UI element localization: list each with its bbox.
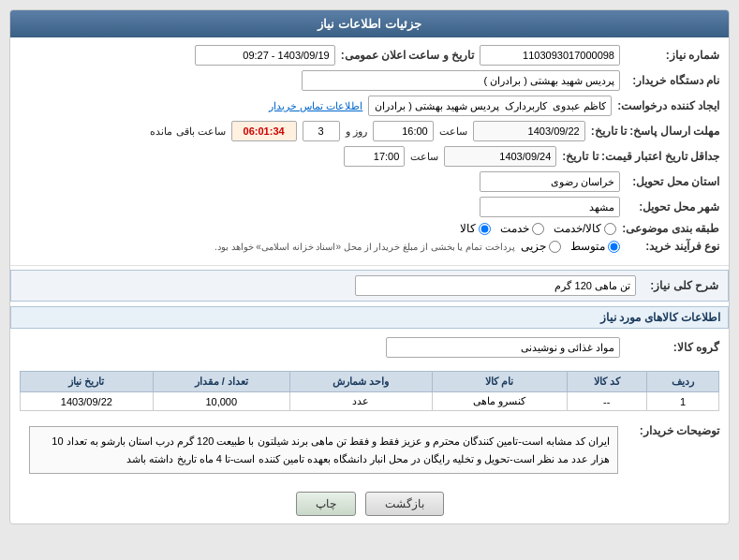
tabagheh-radio-kala-khedmat[interactable] [604, 223, 616, 235]
gorohe-input[interactable] [386, 337, 620, 358]
mohlat-time-input[interactable] [373, 121, 434, 141]
sharh-koli-label: شرح کلی نیاز: [643, 279, 718, 292]
col-radif: ردیف [647, 372, 719, 392]
row-nam-dastgah: نام دستگاه خریدار: [20, 70, 719, 91]
nooe-option-motavaset[interactable]: متوسط [570, 240, 620, 253]
tabagheh-option-kala[interactable]: کالا [460, 222, 491, 235]
sharh-koli-row: شرح کلی نیاز: [10, 270, 729, 302]
page-title: جزئیات اطلاعات نیاز [318, 17, 421, 31]
notice-label: توضیحات خریدار: [635, 420, 719, 437]
col-name: نام کالا [432, 372, 567, 392]
notice-section: توضیحات خریدار: ایران کد مشابه است-تامین… [10, 416, 729, 484]
ettelaat-section-title: اطلاعات کالاهای مورد نیاز [10, 306, 729, 329]
nam-dastgah-label: نام دستگاه خریدار: [626, 74, 719, 87]
nooe-jozi-label: جزیی [521, 240, 546, 253]
nooe-radio-motavaset[interactable] [608, 241, 620, 253]
buttons-row: بازگشت چاپ [10, 484, 729, 523]
page-header: جزئیات اطلاعات نیاز [10, 10, 729, 37]
sharh-koli-input[interactable] [355, 275, 636, 296]
row-mohlat: مهلت ارسال پاسخ: تا تاریخ: ساعت روز و سا… [20, 121, 719, 141]
ijad-label: ایجاد کننده درخواست: [617, 99, 719, 112]
saaat-label: ساعت [439, 125, 467, 138]
cell-radif: 1 [647, 392, 719, 411]
return-button[interactable]: بازگشت [365, 492, 444, 516]
mohlat-baqi-input[interactable] [231, 121, 297, 141]
tabagheh-khedmat-label: خدمت [500, 222, 529, 235]
shomare-niaz-input[interactable] [480, 45, 620, 66]
col-kod: کد کالا [567, 372, 646, 392]
tabagheh-kala-khedmat-label: کالا/خدمت [554, 222, 601, 235]
shahr-label: شهر محل تحویل: [626, 200, 719, 214]
mohlat-date-input[interactable] [473, 121, 585, 141]
cell-vahed: عدد [289, 392, 432, 411]
col-vahed: واحد شمارش [289, 372, 432, 392]
row-gorohe: گروه کالا: [10, 333, 729, 361]
tabagheh-radio-group: کالا/خدمت خدمت کالا [460, 222, 616, 235]
tabagheh-kala-label: کالا [460, 222, 476, 235]
nooe-motavaset-label: متوسط [570, 240, 605, 253]
row-shahr: شهر محل تحویل: [20, 197, 719, 217]
jadval-time-input[interactable] [344, 146, 405, 167]
shahr-input[interactable] [480, 197, 620, 217]
ijad-input[interactable] [368, 96, 612, 116]
ijad-link[interactable]: اطلاعات تماس خریدار [269, 100, 362, 112]
jadval-saaat-label: ساعت [410, 151, 438, 163]
gorohe-label: گروه کالا: [626, 341, 719, 354]
row-tabagheh: طبقه بندی موضوعی: کالا/خدمت خدمت کالا [20, 222, 719, 235]
jadval-label: جداقل تاریخ اعتبار قیمت: تا تاریخ: [562, 150, 719, 163]
tabagheh-label: طبقه بندی موضوعی: [622, 222, 719, 235]
mohlat-rooz-input[interactable] [303, 121, 340, 141]
main-container: جزئیات اطلاعات نیاز شماره نیاز: تاریخ و … [9, 9, 730, 524]
row-nooe-farayand: نوع فرآیند خرید: متوسط جزیی پرداخت تمام … [20, 240, 719, 253]
tabagheh-option-khedmat[interactable]: خدمت [500, 222, 544, 235]
nooe-farayand-note: پرداخت تمام یا بخشی از مبلغ خریدار از مح… [214, 242, 515, 252]
tabagheh-radio-khedmat[interactable] [532, 223, 544, 235]
mohlat-label: مهلت ارسال پاسخ: تا تاریخ: [591, 125, 719, 138]
nooe-farayand-radio-group: متوسط جزیی [521, 240, 620, 253]
nooe-option-jozi[interactable]: جزیی [521, 240, 561, 253]
cell-tedad: 10,000 [153, 392, 289, 411]
notice-text: ایران کد مشابه است-تامین کنندگان محترم و… [29, 426, 618, 474]
tabagheh-radio-kala[interactable] [479, 223, 491, 235]
ostan-input[interactable] [480, 171, 620, 192]
nooe-radio-jozi[interactable] [549, 241, 561, 253]
print-button[interactable]: چاپ [296, 492, 356, 516]
table-header-row: ردیف کد کالا نام کالا واحد شمارش تعداد /… [21, 372, 719, 392]
row-ostan: استان محل تحویل: [20, 171, 719, 192]
table-row: 1 -- کنسرو ماهی عدد 10,000 1403/09/22 [21, 392, 719, 411]
rooz-label: روز و [346, 125, 367, 138]
items-table: ردیف کد کالا نام کالا واحد شمارش تعداد /… [20, 371, 719, 411]
form-section: شماره نیاز: تاریخ و ساعت اعلان عمومی: نا… [10, 37, 729, 266]
tarikh-input[interactable] [195, 45, 335, 66]
row-ijad: ایجاد کننده درخواست: اطلاعات تماس خریدار [20, 96, 719, 116]
tarikh-label: تاریخ و ساعت اعلان عمومی: [341, 49, 474, 62]
nam-dastgah-input[interactable] [302, 70, 620, 91]
shomare-niaz-label: شماره نیاز: [626, 49, 719, 62]
row-jadval: جداقل تاریخ اعتبار قیمت: تا تاریخ: ساعت [20, 146, 719, 167]
jadval-date-input[interactable] [444, 146, 556, 167]
tabagheh-option-kala-khedmat[interactable]: کالا/خدمت [554, 222, 616, 235]
cell-name: کنسرو ماهی [432, 392, 567, 411]
nooe-farayand-label: نوع فرآیند خرید: [626, 240, 719, 253]
row-shomare-tarikh: شماره نیاز: تاریخ و ساعت اعلان عمومی: [20, 45, 719, 66]
table-section: ردیف کد کالا نام کالا واحد شمارش تعداد /… [10, 366, 729, 416]
col-tarikh: تاریخ نیاز [21, 372, 154, 392]
cell-kod: -- [567, 392, 646, 411]
cell-tarikh: 1403/09/22 [21, 392, 154, 411]
baqi-label: ساعت باقی مانده [150, 125, 225, 138]
col-tedad: تعداد / مقدار [153, 372, 289, 392]
ostan-label: استان محل تحویل: [626, 175, 719, 188]
